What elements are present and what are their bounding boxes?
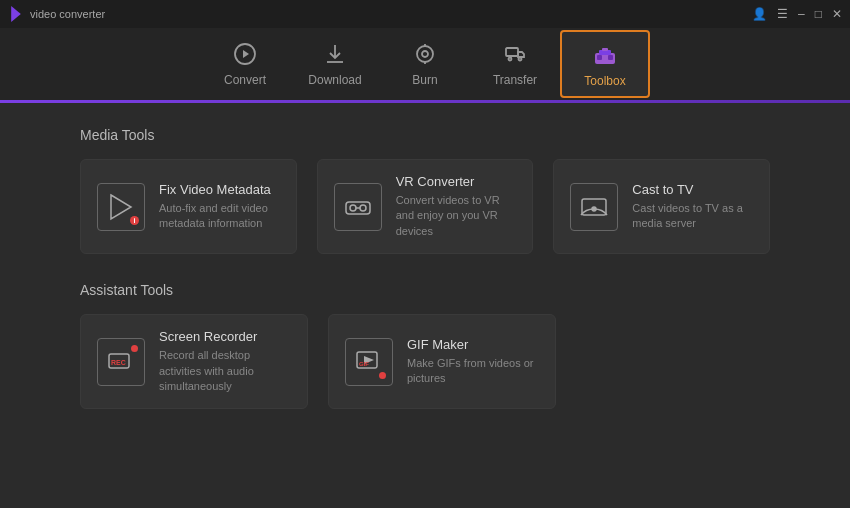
svg-point-8 (519, 57, 522, 60)
gif-maker-name: GIF Maker (407, 337, 539, 352)
app-logo (8, 6, 24, 22)
fix-video-metadata-icon-box: i (97, 183, 145, 231)
nav-item-burn[interactable]: Burn (380, 30, 470, 98)
svg-rect-12 (597, 55, 602, 60)
nav-label-burn: Burn (412, 73, 437, 87)
assistant-tools-title: Assistant Tools (80, 282, 770, 298)
nav-label-toolbox: Toolbox (584, 74, 625, 88)
nav-item-toolbox[interactable]: Toolbox (560, 30, 650, 98)
svg-point-7 (509, 57, 512, 60)
vr-converter-info: VR Converter Convert videos to VR and en… (396, 174, 517, 239)
burn-icon (413, 42, 437, 69)
svg-rect-6 (506, 48, 518, 56)
svg-text:REC: REC (111, 359, 126, 366)
screen-recorder-icon-box: REC (97, 338, 145, 386)
tool-card-cast-to-tv[interactable]: Cast to TV Cast videos to TV as a media … (553, 159, 770, 254)
fix-video-metadata-name: Fix Video Metadata (159, 182, 280, 197)
maximize-icon[interactable]: □ (815, 7, 822, 21)
media-tools-title: Media Tools (80, 127, 770, 143)
main-content: Media Tools i Fix Video Metadata Auto-fi… (0, 103, 850, 508)
nav-label-convert: Convert (224, 73, 266, 87)
tool-card-gif-maker[interactable]: GIF GIF Maker Make GIFs from videos or p… (328, 314, 556, 409)
nav-label-transfer: Transfer (493, 73, 537, 87)
vr-converter-desc: Convert videos to VR and enjoy on you VR… (396, 193, 517, 239)
titlebar-left: video converter (8, 6, 105, 22)
tool-card-screen-recorder[interactable]: REC Screen Recorder Record all desktop a… (80, 314, 308, 409)
svg-marker-1 (243, 50, 249, 58)
rec-dot (131, 345, 138, 352)
titlebar-controls: 👤 ☰ – □ ✕ (752, 7, 842, 21)
transfer-icon (503, 42, 527, 69)
svg-point-2 (417, 46, 433, 62)
convert-icon (233, 42, 257, 69)
cast-to-tv-icon-box (570, 183, 618, 231)
cast-to-tv-name: Cast to TV (632, 182, 753, 197)
gif-dot (379, 372, 386, 379)
screen-recorder-name: Screen Recorder (159, 329, 291, 344)
gif-maker-info: GIF Maker Make GIFs from videos or pictu… (407, 337, 539, 387)
media-tools-section: Media Tools i Fix Video Metadata Auto-fi… (80, 127, 770, 254)
svg-point-16 (350, 205, 356, 211)
fix-video-metadata-desc: Auto-fix and edit video metadata informa… (159, 201, 280, 232)
profile-icon[interactable]: 👤 (752, 7, 767, 21)
vr-converter-icon-box (334, 183, 382, 231)
empty-placeholder (576, 314, 770, 409)
assistant-tools-grid: REC Screen Recorder Record all desktop a… (80, 314, 770, 409)
svg-point-3 (422, 51, 428, 57)
download-icon (323, 42, 347, 69)
tool-card-fix-video-metadata[interactable]: i Fix Video Metadata Auto-fix and edit v… (80, 159, 297, 254)
media-tools-grid: i Fix Video Metadata Auto-fix and edit v… (80, 159, 770, 254)
cast-to-tv-desc: Cast videos to TV as a media server (632, 201, 753, 232)
gif-maker-icon-box: GIF (345, 338, 393, 386)
vr-converter-name: VR Converter (396, 174, 517, 189)
menu-icon[interactable]: ☰ (777, 7, 788, 21)
svg-point-17 (360, 205, 366, 211)
nav-label-download: Download (308, 73, 361, 87)
screen-recorder-info: Screen Recorder Record all desktop activ… (159, 329, 291, 394)
tool-card-vr-converter[interactable]: VR Converter Convert videos to VR and en… (317, 159, 534, 254)
nav-item-download[interactable]: Download (290, 30, 380, 98)
svg-marker-14 (111, 195, 131, 219)
minimize-icon[interactable]: – (798, 7, 805, 21)
fix-meta-dot: i (130, 216, 139, 225)
fix-video-metadata-info: Fix Video Metadata Auto-fix and edit vid… (159, 182, 280, 232)
gif-maker-desc: Make GIFs from videos or pictures (407, 356, 539, 387)
navbar: Convert Download Burn (0, 28, 850, 100)
svg-rect-13 (608, 55, 613, 60)
svg-text:GIF: GIF (359, 361, 369, 367)
screen-recorder-desc: Record all desktop activities with audio… (159, 348, 291, 394)
close-icon[interactable]: ✕ (832, 7, 842, 21)
svg-rect-11 (602, 48, 608, 51)
cast-to-tv-info: Cast to TV Cast videos to TV as a media … (632, 182, 753, 232)
app-title: video converter (30, 8, 105, 20)
svg-point-19 (592, 207, 596, 211)
assistant-tools-section: Assistant Tools REC Screen Recorder Reco… (80, 282, 770, 409)
nav-item-convert[interactable]: Convert (200, 30, 290, 98)
titlebar: video converter 👤 ☰ – □ ✕ (0, 0, 850, 28)
toolbox-icon (592, 41, 618, 70)
nav-item-transfer[interactable]: Transfer (470, 30, 560, 98)
